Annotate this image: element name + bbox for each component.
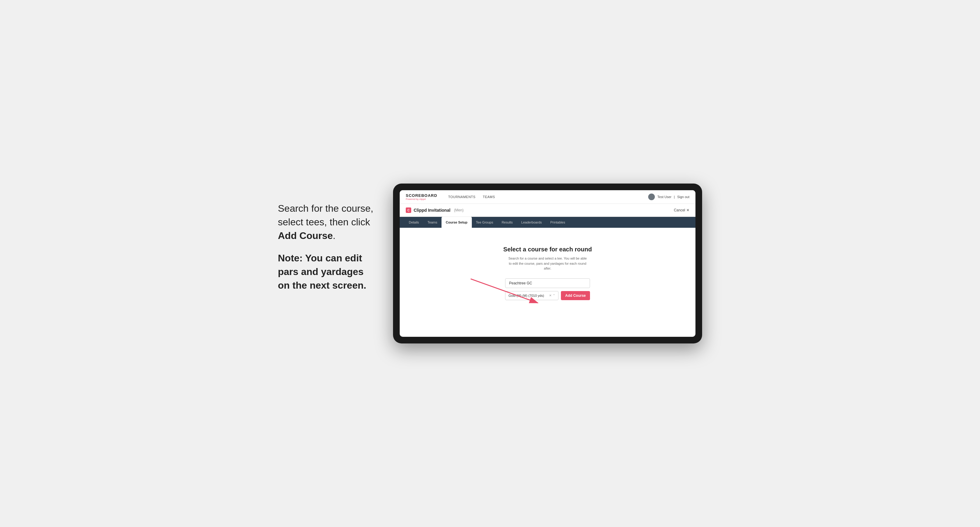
tee-select-value: Gold (M) (M) (7010 yds): [509, 294, 544, 297]
nav-teams[interactable]: TEAMS: [483, 195, 495, 199]
annotation-line1: Search for the course, select tees, then…: [278, 202, 375, 242]
tab-course-setup[interactable]: Course Setup: [442, 217, 472, 228]
top-nav-left: SCOREBOARD Powered by clippd TOURNAMENTS…: [406, 193, 495, 200]
separator: |: [674, 195, 675, 199]
course-subtitle: Search for a course and select a tee. Yo…: [508, 256, 587, 271]
logo-area: SCOREBOARD Powered by clippd: [406, 193, 437, 200]
user-avatar: [648, 194, 655, 200]
tee-select-icons: ✕ ⌃: [549, 294, 555, 297]
tablet-frame: SCOREBOARD Powered by clippd TOURNAMENTS…: [393, 184, 702, 343]
tab-printables[interactable]: Printables: [546, 217, 570, 228]
tab-tee-groups[interactable]: Tee Groups: [472, 217, 498, 228]
logo-text: SCOREBOARD: [406, 193, 437, 198]
tournament-header: C Clippd Invitational (Men) Cancel ✕: [400, 204, 695, 217]
top-nav-links: TOURNAMENTS TEAMS: [448, 195, 495, 199]
page-wrapper: Search for the course, select tees, then…: [278, 184, 702, 343]
tablet-screen: SCOREBOARD Powered by clippd TOURNAMENTS…: [400, 190, 695, 337]
tee-select-wrapper[interactable]: Gold (M) (M) (7010 yds) ✕ ⌃: [505, 291, 558, 300]
logo-sub: Powered by clippd: [406, 198, 437, 200]
nav-tournaments[interactable]: TOURNAMENTS: [448, 195, 476, 199]
top-nav: SCOREBOARD Powered by clippd TOURNAMENTS…: [400, 190, 695, 204]
user-name: Test User: [657, 195, 671, 199]
tab-results[interactable]: Results: [497, 217, 517, 228]
top-nav-right: Test User | Sign out: [648, 194, 689, 200]
tournament-icon: C: [406, 208, 411, 213]
cancel-button[interactable]: Cancel ✕: [674, 208, 689, 212]
tee-select-row: Gold (M) (M) (7010 yds) ✕ ⌃ Add Course: [505, 291, 590, 300]
tab-teams[interactable]: Teams: [423, 217, 442, 228]
annotation-line2: Note: You can edit pars and yardages on …: [278, 251, 375, 292]
course-title: Select a course for each round: [503, 246, 592, 253]
sign-out-link[interactable]: Sign out: [677, 195, 689, 199]
course-search-input[interactable]: [505, 278, 590, 288]
tab-details[interactable]: Details: [404, 217, 423, 228]
add-course-button[interactable]: Add Course: [561, 291, 590, 300]
tee-clear-icon[interactable]: ✕: [549, 294, 552, 297]
tab-bar: Details Teams Course Setup Tee Groups Re…: [400, 217, 695, 228]
tab-leaderboards[interactable]: Leaderboards: [517, 217, 546, 228]
tournament-name: Clippd Invitational: [414, 208, 450, 213]
tournament-title: C Clippd Invitational (Men): [406, 208, 464, 213]
tournament-format: (Men): [454, 208, 463, 212]
tee-expand-icon[interactable]: ⌃: [553, 294, 555, 297]
main-content: Select a course for each round Search fo…: [400, 228, 695, 337]
annotation-panel: Search for the course, select tees, then…: [278, 184, 375, 302]
